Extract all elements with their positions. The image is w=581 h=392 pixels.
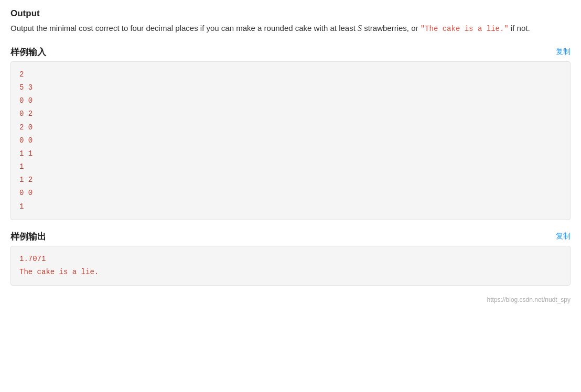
sample-output-code-block: 1.7071The cake is a lie.: [10, 246, 571, 286]
code-line: 0 2: [19, 107, 562, 121]
code-line: 5 3: [19, 81, 562, 94]
sample-output-section: 样例输出 复制 1.7071The cake is a lie. https:/…: [10, 231, 571, 303]
inline-code-lie: "The cake is a lie.": [421, 25, 509, 33]
output-section: Output Output the minimal cost correct t…: [10, 8, 571, 36]
code-line: 1: [19, 200, 562, 213]
code-line: 1.7071: [19, 253, 562, 266]
code-line: 1 2: [19, 173, 562, 187]
sample-output-label: 样例输出: [10, 231, 46, 243]
sample-output-header: 样例输出 复制: [10, 231, 571, 243]
code-line: 0 0: [19, 134, 562, 147]
watermark: https://blog.csdn.net/nudt_spy: [10, 296, 571, 303]
output-description: Output the minimal cost correct to four …: [10, 21, 571, 36]
code-line: 1: [19, 160, 562, 173]
code-line: The cake is a lie.: [19, 266, 562, 279]
sample-input-copy-button[interactable]: 复制: [556, 47, 571, 57]
code-line: 2: [19, 68, 562, 81]
sample-output-copy-button[interactable]: 复制: [556, 232, 571, 241]
code-line: 2 0: [19, 121, 562, 134]
output-desc-text3: if not.: [509, 24, 530, 32]
output-title: Output: [10, 8, 571, 19]
sample-input-label: 样例输入: [10, 46, 46, 58]
code-line: 1 1: [19, 147, 562, 160]
output-desc-text1: Output the minimal cost correct to four …: [10, 24, 358, 32]
code-line: 0 0: [19, 94, 562, 107]
sample-input-section: 样例输入 复制 25 30 00 22 00 01 111 20 01: [10, 46, 571, 220]
sample-input-header: 样例输入 复制: [10, 46, 571, 58]
output-desc-text2: strawberries, or: [362, 24, 421, 32]
variable-s: S: [358, 24, 362, 32]
sample-input-code-block: 25 30 00 22 00 01 111 20 01: [10, 61, 571, 220]
code-line: 0 0: [19, 187, 562, 200]
